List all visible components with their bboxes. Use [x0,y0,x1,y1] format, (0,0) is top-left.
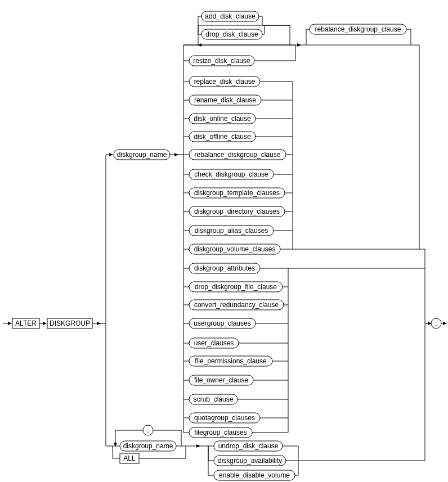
user-clauses-text: user_clauses [194,339,234,347]
diskgroup-name-text-1: diskgroup_name [117,151,167,159]
diskgroup-volume-clauses-text: diskgroup_volume_clauses [194,245,276,253]
drop-diskgroup-file-clause-text: drop_diskgroup_file_clause [195,283,277,291]
diskgroup-template-clauses-text: diskgroup_template_clauses [194,189,280,197]
disk-online-clause-text: disk_online_clause [194,115,251,123]
drop-disk-clause-text: drop_disk_clause [205,30,258,38]
all-text: ALL [123,454,136,462]
scrub-clause-text: scrub_clause [194,395,234,403]
file-owner-clause-text: file_owner_clause [194,376,248,384]
rebalance-diskgroup-clause-text: rebalance_diskgroup_clause [195,151,281,159]
replace-disk-clause-text: replace_disk_clause [194,78,256,85]
diskgroup-availability-text: diskgroup_availability [218,457,282,465]
filegroup-clauses-text: filegroup_clauses [194,429,247,436]
add-disk-clause-text: add_disk_clause [205,12,256,20]
resize-disk-clause-text: resize_disk_clause [193,57,250,65]
enable-disable-volume-text: enable_disable_volume [219,471,290,479]
diskgroup-name-text-2: diskgroup_name [123,442,173,450]
check-diskgroup-clause-text: check_diskgroup_clause [194,170,268,178]
convert-redundancy-clause-text: convert_redundancy_clause [194,301,279,309]
usergroup-clauses-text: usergroup_clauses [194,319,250,327]
diskgroup-alias-clauses-text: diskgroup_alias_clauses [195,227,268,235]
rename-disk-clause-text: rename_disk_clause [194,96,256,104]
rebalance-diskgroup-clause-top-text: rebalance_diskgroup_clause [315,25,401,33]
disk-offline-clause-text: disk_offline_clause [194,133,251,141]
diskgroup-directory-clauses-text: diskgroup_directory_clauses [194,208,280,215]
alter-text: ALTER [15,319,37,327]
syntax-diagram: ALTER DISKGROUP diskgroup_name add_disk_… [0,0,448,482]
undrop-disk-clause-text: undrop_disk_clause [218,442,279,450]
diskgroup-text: DISKGROUP [50,319,90,327]
comma-text: , [147,426,149,434]
semicolon-text: ; [435,319,437,327]
file-permissions-clause-text: file_permissions_clause [195,357,267,365]
diskgroup-attributes-text: diskgroup_attributes [194,264,255,272]
quotagroup-clauses-text: quotagroup_clauses [194,414,255,422]
